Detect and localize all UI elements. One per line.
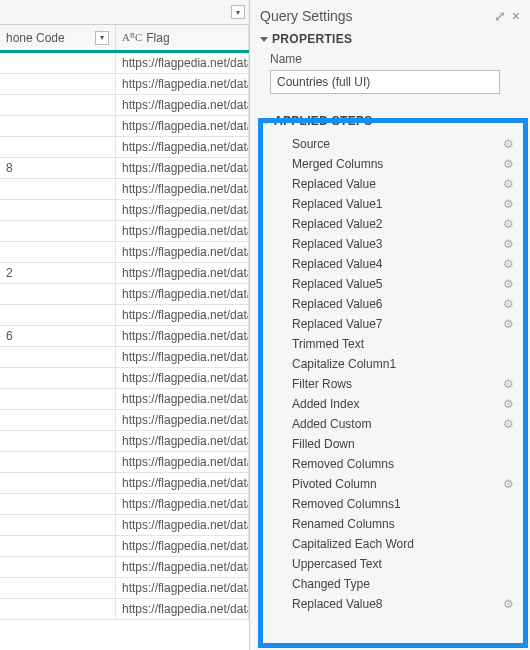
cell-flag-url[interactable]: https://flagpedia.net/data [116,578,249,598]
cell-phone-code[interactable]: 8 [0,158,116,178]
gear-icon[interactable]: ⚙ [503,177,514,191]
applied-step[interactable]: Replaced Value8⚙ [262,594,520,614]
applied-steps-toggle[interactable]: APPLIED STEPS [262,114,520,128]
applied-step[interactable]: Filled Down [262,434,520,454]
cell-phone-code[interactable] [0,515,116,535]
cell-phone-code[interactable] [0,473,116,493]
cell-flag-url[interactable]: https://flagpedia.net/data [116,116,249,136]
cell-flag-url[interactable]: https://flagpedia.net/data [116,305,249,325]
cell-flag-url[interactable]: https://flagpedia.net/data [116,242,249,262]
applied-step[interactable]: Trimmed Text [262,334,520,354]
cell-flag-url[interactable]: https://flagpedia.net/data [116,473,249,493]
table-row[interactable]: https://flagpedia.net/data [0,95,249,116]
table-row[interactable]: https://flagpedia.net/data [0,389,249,410]
table-row[interactable]: https://flagpedia.net/data [0,305,249,326]
column-header-flag[interactable]: AᴮC Flag [116,25,249,50]
cell-phone-code[interactable] [0,74,116,94]
cell-phone-code[interactable] [0,200,116,220]
cell-phone-code[interactable] [0,242,116,262]
cell-phone-code[interactable] [0,368,116,388]
cell-phone-code[interactable] [0,305,116,325]
cell-phone-code[interactable]: 2 [0,263,116,283]
cell-phone-code[interactable] [0,179,116,199]
applied-step[interactable]: Replaced Value4⚙ [262,254,520,274]
cell-phone-code[interactable] [0,557,116,577]
gear-icon[interactable]: ⚙ [503,257,514,271]
gear-icon[interactable]: ⚙ [503,237,514,251]
table-row[interactable]: https://flagpedia.net/data [0,578,249,599]
cell-phone-code[interactable] [0,221,116,241]
cell-flag-url[interactable]: https://flagpedia.net/data [116,599,249,619]
cell-flag-url[interactable]: https://flagpedia.net/data [116,74,249,94]
cell-phone-code[interactable] [0,284,116,304]
cell-flag-url[interactable]: https://flagpedia.net/data [116,263,249,283]
applied-step[interactable]: Uppercased Text [262,554,520,574]
applied-step[interactable]: Changed Type [262,574,520,594]
gear-icon[interactable]: ⚙ [503,137,514,151]
table-row[interactable]: https://flagpedia.net/data [0,599,249,620]
applied-step[interactable]: Replaced Value5⚙ [262,274,520,294]
applied-step[interactable]: Added Custom⚙ [262,414,520,434]
table-row[interactable]: https://flagpedia.net/data [0,347,249,368]
table-row[interactable]: https://flagpedia.net/data [0,452,249,473]
cell-flag-url[interactable]: https://flagpedia.net/data [116,137,249,157]
table-row[interactable]: https://flagpedia.net/data [0,116,249,137]
cell-flag-url[interactable]: https://flagpedia.net/data [116,431,249,451]
applied-step[interactable]: Pivoted Column⚙ [262,474,520,494]
cell-phone-code[interactable] [0,578,116,598]
cell-phone-code[interactable] [0,431,116,451]
table-row[interactable]: 2https://flagpedia.net/data [0,263,249,284]
table-row[interactable]: https://flagpedia.net/data [0,137,249,158]
cell-phone-code[interactable] [0,410,116,430]
gear-icon[interactable]: ⚙ [503,297,514,311]
cell-flag-url[interactable]: https://flagpedia.net/data [116,452,249,472]
cell-flag-url[interactable]: https://flagpedia.net/data [116,53,249,73]
cell-flag-url[interactable]: https://flagpedia.net/data [116,410,249,430]
cell-flag-url[interactable]: https://flagpedia.net/data [116,179,249,199]
column-header-phone-code[interactable]: hone Code ▾ [0,25,116,50]
gear-icon[interactable]: ⚙ [503,277,514,291]
applied-step[interactable]: Replaced Value⚙ [262,174,520,194]
cell-phone-code[interactable] [0,116,116,136]
table-row[interactable]: https://flagpedia.net/data [0,200,249,221]
table-row[interactable]: https://flagpedia.net/data [0,242,249,263]
cell-phone-code[interactable] [0,389,116,409]
gear-icon[interactable]: ⚙ [503,397,514,411]
applied-step[interactable]: Removed Columns [262,454,520,474]
applied-step[interactable]: Renamed Columns [262,514,520,534]
table-row[interactable]: https://flagpedia.net/data [0,557,249,578]
cell-flag-url[interactable]: https://flagpedia.net/data [116,389,249,409]
applied-step[interactable]: Replaced Value2⚙ [262,214,520,234]
cell-flag-url[interactable]: https://flagpedia.net/data [116,200,249,220]
applied-step[interactable]: Replaced Value6⚙ [262,294,520,314]
gear-icon[interactable]: ⚙ [503,197,514,211]
cell-flag-url[interactable]: https://flagpedia.net/data [116,221,249,241]
table-row[interactable]: https://flagpedia.net/data [0,53,249,74]
gear-icon[interactable]: ⚙ [503,157,514,171]
cell-flag-url[interactable]: https://flagpedia.net/data [116,158,249,178]
cell-phone-code[interactable] [0,536,116,556]
cell-flag-url[interactable]: https://flagpedia.net/data [116,557,249,577]
gear-icon[interactable]: ⚙ [503,317,514,331]
table-row[interactable]: 6https://flagpedia.net/data [0,326,249,347]
cell-phone-code[interactable] [0,53,116,73]
table-row[interactable]: https://flagpedia.net/data [0,494,249,515]
applied-step[interactable]: Replaced Value3⚙ [262,234,520,254]
applied-step[interactable]: Replaced Value7⚙ [262,314,520,334]
gear-icon[interactable]: ⚙ [503,477,514,491]
cell-phone-code[interactable] [0,95,116,115]
query-name-input[interactable] [270,70,500,94]
applied-step[interactable]: Capitalized Each Word [262,534,520,554]
cell-phone-code[interactable] [0,599,116,619]
cell-phone-code[interactable] [0,494,116,514]
applied-step[interactable]: Replaced Value1⚙ [262,194,520,214]
applied-step[interactable]: Filter Rows⚙ [262,374,520,394]
applied-step[interactable]: Merged Columns⚙ [262,154,520,174]
table-row[interactable]: https://flagpedia.net/data [0,74,249,95]
table-row[interactable]: https://flagpedia.net/data [0,284,249,305]
chevron-down-icon[interactable]: ▾ [95,31,109,45]
expand-icon[interactable]: ⤢ [494,8,506,24]
column-selector-dropdown[interactable]: ▾ [0,0,249,25]
table-row[interactable]: 8https://flagpedia.net/data [0,158,249,179]
cell-flag-url[interactable]: https://flagpedia.net/data [116,284,249,304]
